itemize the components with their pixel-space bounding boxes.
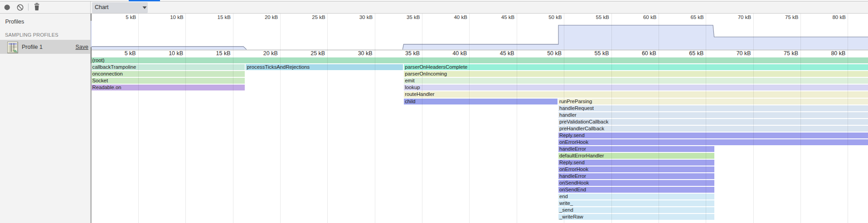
svg-text:%: % [13,48,17,53]
